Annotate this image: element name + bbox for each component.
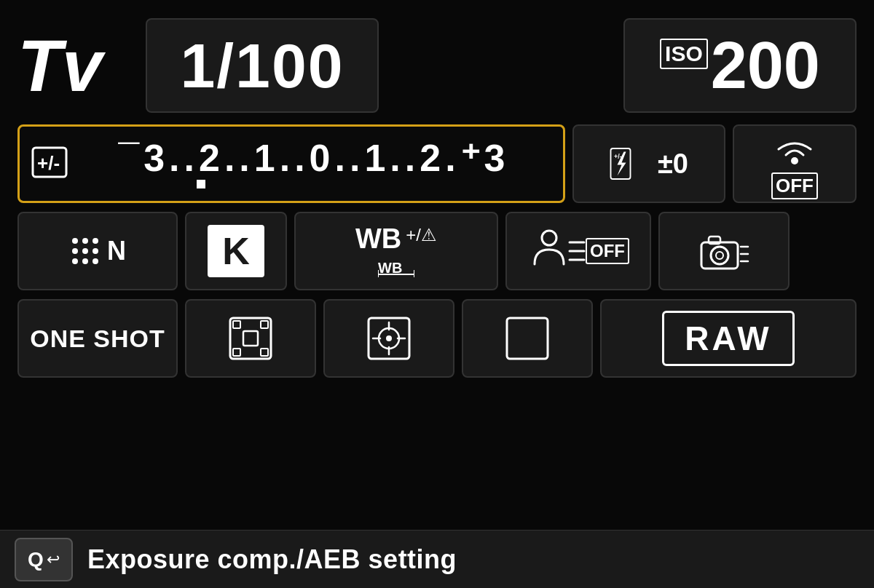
exposure-comp-box[interactable]: +/- ¯3..2..1..0..1..2.⁺3 xyxy=(17,124,565,203)
evaluative-metering-icon xyxy=(227,315,274,362)
wifi-icon xyxy=(765,129,824,172)
wifi-content: OFF xyxy=(765,129,824,199)
svg-text:+/-: +/- xyxy=(37,152,60,174)
evaluative-metering-box[interactable] xyxy=(185,299,316,378)
af-drive-label: ONE SHOT xyxy=(30,325,165,353)
svg-rect-35 xyxy=(261,349,268,356)
af-dots-icon xyxy=(69,235,101,267)
partial-metering-icon xyxy=(504,315,551,362)
exposure-scale: ¯3..2..1..0..1..2.⁺3 xyxy=(76,139,551,188)
exposure-indicator xyxy=(197,180,205,188)
af-drive-box[interactable]: ONE SHOT xyxy=(17,299,178,378)
wb-adjust-icon: +/⚠ xyxy=(406,225,437,245)
shutter-speed-value: 1/100 xyxy=(180,30,344,102)
q-symbol: Q xyxy=(28,548,44,571)
flash-comp-box[interactable]: +/- ±0 xyxy=(572,124,725,203)
svg-point-19 xyxy=(542,231,556,245)
exposure-comp-icon: +/- xyxy=(31,146,68,181)
row-wb-af: N K WB +/⚠ WB xyxy=(17,211,857,291)
svg-rect-33 xyxy=(261,321,268,328)
wb-bracket-row: WB xyxy=(378,255,414,277)
spot-metering-box[interactable] xyxy=(323,299,454,378)
camera-settings-icon xyxy=(698,231,749,271)
svg-point-25 xyxy=(716,252,723,259)
svg-point-9 xyxy=(72,248,78,254)
row-mode-shutter-iso: Tv 1/100 ISO 200 xyxy=(17,15,857,116)
picture-style-icon xyxy=(527,228,586,274)
spot-metering-icon xyxy=(366,315,412,362)
wb-label: WB xyxy=(355,225,401,253)
q-arrow-icon: ↩ xyxy=(47,550,60,569)
svg-point-7 xyxy=(82,238,88,244)
iso-value: 200 xyxy=(711,33,820,98)
svg-rect-31 xyxy=(243,331,258,346)
exposure-scale-text: ¯3..2..1..0..1..2.⁺3 xyxy=(118,139,509,177)
row-drive-metering-quality: ONE SHOT xyxy=(17,298,857,378)
svg-point-6 xyxy=(72,238,78,244)
af-mode-value: N xyxy=(107,236,126,266)
ps-content: OFF xyxy=(527,228,629,274)
svg-text:+/-: +/- xyxy=(614,153,622,160)
iso-label: ISO xyxy=(660,39,708,69)
image-quality-box[interactable]: RAW xyxy=(600,299,857,378)
flash-comp-icon: +/- xyxy=(610,146,653,182)
svg-point-12 xyxy=(72,258,78,264)
svg-point-13 xyxy=(82,258,88,264)
camera-settings-box[interactable] xyxy=(658,212,790,290)
svg-text:WB: WB xyxy=(378,260,402,276)
svg-point-42 xyxy=(386,335,392,341)
iso-box[interactable]: ISO 200 xyxy=(623,18,857,113)
partial-metering-box[interactable] xyxy=(462,299,593,378)
wifi-off-label: OFF xyxy=(771,172,818,199)
picture-style-off-label: OFF xyxy=(586,238,629,264)
wb-main-row: WB +/⚠ xyxy=(355,225,437,253)
svg-rect-34 xyxy=(233,349,240,356)
wifi-box[interactable]: OFF xyxy=(733,124,857,203)
wb-kelvin-box[interactable]: K xyxy=(185,212,287,290)
picture-style-box[interactable]: OFF xyxy=(505,212,651,290)
q-button[interactable]: Q ↩ xyxy=(15,538,73,581)
svg-rect-43 xyxy=(507,318,548,359)
shutter-speed-box[interactable]: 1/100 xyxy=(146,18,379,113)
shooting-mode-label: Tv xyxy=(17,29,134,102)
wb-kelvin-label: K xyxy=(208,225,264,277)
wb-adjust-box[interactable]: WB +/⚠ WB xyxy=(294,212,498,290)
bottom-bar: Q ↩ Exposure comp./AEB setting xyxy=(0,530,874,588)
af-mode-box[interactable]: N xyxy=(17,212,178,290)
raw-inner: RAW xyxy=(662,311,794,366)
wb-bracket-icon: WB xyxy=(378,255,414,277)
svg-point-14 xyxy=(92,258,98,264)
af-content: N xyxy=(69,235,126,267)
flash-comp-value: ±0 xyxy=(658,148,688,180)
image-quality-label: RAW xyxy=(685,319,771,357)
camera-ui: Tv 1/100 ISO 200 +/- ¯3..2..1..0..1..2.⁺… xyxy=(0,0,874,588)
svg-point-10 xyxy=(82,248,88,254)
svg-rect-32 xyxy=(233,321,240,328)
svg-point-5 xyxy=(791,157,798,164)
wb-content: WB +/⚠ WB xyxy=(355,225,437,277)
bottom-description: Exposure comp./AEB setting xyxy=(87,544,457,575)
svg-point-11 xyxy=(92,248,98,254)
svg-rect-30 xyxy=(230,318,271,359)
row2-right-group: +/- ±0 OFF xyxy=(572,124,857,203)
svg-point-8 xyxy=(92,238,98,244)
row-exposure: +/- ¯3..2..1..0..1..2.⁺3 +/- ±0 xyxy=(17,124,857,204)
svg-point-24 xyxy=(711,247,728,264)
